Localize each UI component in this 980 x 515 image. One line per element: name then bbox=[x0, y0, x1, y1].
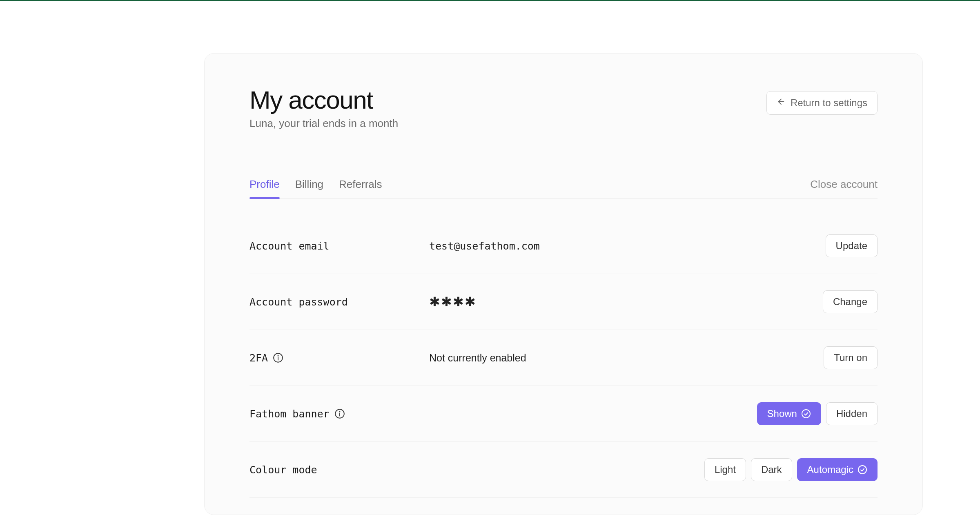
label-fathom-banner: Fathom banner bbox=[249, 408, 429, 420]
row-colour-mode: Colour mode Light Dark Automagic bbox=[249, 442, 878, 498]
value-2fa: Not currently enabled bbox=[429, 352, 824, 364]
page-title: My account bbox=[249, 86, 398, 114]
change-password-button[interactable]: Change bbox=[823, 290, 878, 313]
svg-point-6 bbox=[339, 412, 340, 412]
banner-shown-button[interactable]: Shown bbox=[757, 402, 821, 425]
banner-shown-label: Shown bbox=[767, 408, 797, 419]
header-text: My account Luna, your trial ends in a mo… bbox=[249, 86, 398, 130]
check-circle-icon bbox=[858, 465, 867, 475]
row-account-email: Account email test@usefathom.com Update bbox=[249, 218, 878, 274]
label-2fa: 2FA bbox=[249, 352, 429, 364]
svg-point-3 bbox=[278, 356, 278, 356]
tabs-row: Profile Billing Referrals Close account bbox=[249, 178, 878, 198]
info-icon[interactable] bbox=[334, 408, 345, 419]
actions-2fa: Turn on bbox=[824, 346, 878, 369]
info-icon[interactable] bbox=[273, 352, 283, 363]
check-circle-icon bbox=[801, 409, 811, 419]
tab-billing[interactable]: Billing bbox=[295, 178, 323, 198]
label-colour-mode: Colour mode bbox=[249, 464, 429, 476]
actions-colour-mode: Light Dark Automagic bbox=[704, 458, 878, 481]
value-account-email: test@usefathom.com bbox=[429, 240, 826, 252]
account-card: My account Luna, your trial ends in a mo… bbox=[204, 53, 923, 515]
header-row: My account Luna, your trial ends in a mo… bbox=[249, 86, 878, 130]
colour-dark-button[interactable]: Dark bbox=[751, 458, 792, 481]
close-account-link[interactable]: Close account bbox=[810, 178, 878, 198]
turn-on-2fa-button[interactable]: Turn on bbox=[824, 346, 878, 369]
row-2fa: 2FA Not currently enabled Turn on bbox=[249, 330, 878, 386]
label-account-email: Account email bbox=[249, 240, 429, 252]
row-account-password: Account password ✱✱✱✱ Change bbox=[249, 274, 878, 330]
tab-profile[interactable]: Profile bbox=[249, 178, 280, 198]
label-fathom-banner-text: Fathom banner bbox=[249, 408, 330, 420]
colour-automagic-button[interactable]: Automagic bbox=[797, 458, 878, 481]
label-account-password: Account password bbox=[249, 296, 429, 308]
colour-automagic-label: Automagic bbox=[807, 464, 853, 475]
tab-referrals[interactable]: Referrals bbox=[339, 178, 382, 198]
update-email-button[interactable]: Update bbox=[826, 234, 878, 257]
svg-point-7 bbox=[802, 410, 810, 418]
svg-point-8 bbox=[858, 466, 866, 474]
actions-account-password: Change bbox=[823, 290, 878, 313]
value-account-password: ✱✱✱✱ bbox=[429, 294, 823, 310]
actions-fathom-banner: Shown Hidden bbox=[757, 402, 878, 425]
actions-account-email: Update bbox=[826, 234, 878, 257]
return-label: Return to settings bbox=[791, 97, 867, 109]
settings-rows: Account email test@usefathom.com Update … bbox=[249, 218, 878, 498]
colour-light-button[interactable]: Light bbox=[704, 458, 746, 481]
label-2fa-text: 2FA bbox=[249, 352, 268, 364]
page-subtitle: Luna, your trial ends in a month bbox=[249, 117, 398, 130]
arrow-left-icon bbox=[777, 97, 786, 109]
return-to-settings-button[interactable]: Return to settings bbox=[766, 91, 878, 115]
row-fathom-banner: Fathom banner Shown bbox=[249, 386, 878, 442]
banner-hidden-button[interactable]: Hidden bbox=[826, 402, 878, 425]
tabs: Profile Billing Referrals bbox=[249, 178, 382, 198]
